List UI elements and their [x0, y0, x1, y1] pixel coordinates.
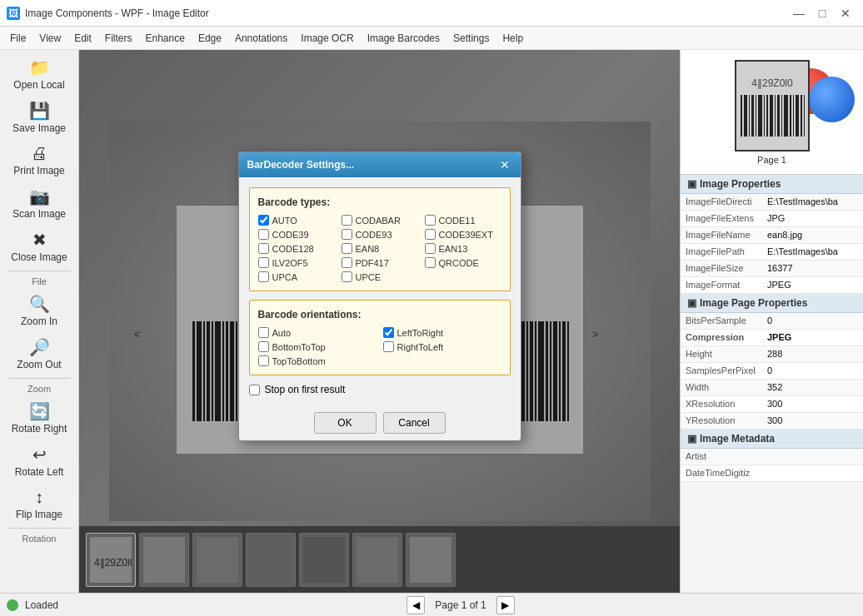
checkbox-toptobottom[interactable]: TopToBottom [258, 355, 377, 366]
checkbox-code39ext[interactable]: CODE39EXT [425, 229, 501, 240]
minimize-button[interactable]: — [788, 5, 810, 22]
status-bar: Loaded ◀ Page 1 of 1 ▶ [0, 593, 863, 616]
next-page-button[interactable]: ▶ [496, 596, 515, 614]
prop-key-samplesperpixel: SamplesPerPixel [681, 363, 764, 379]
checkbox-pdf417[interactable]: PDF417 [342, 257, 418, 268]
collapse-icon-3: ▣ [687, 433, 696, 445]
svg-rect-115 [804, 95, 805, 137]
scan-image-icon: 📷 [29, 186, 50, 206]
prop-imagefilename: ImageFileName ean8.jpg [681, 227, 863, 244]
svg-rect-104 [764, 95, 765, 137]
save-image-button[interactable]: 💾 Save Image [5, 97, 73, 138]
menu-image-ocr[interactable]: Image OCR [294, 29, 360, 47]
modal-footer: OK Cancel [239, 405, 521, 440]
barcode-types-grid: AUTO CODABAR CODE11 [258, 215, 501, 282]
menu-image-barcodes[interactable]: Image Barcodes [361, 29, 446, 47]
modal-title-bar: BarDecoder Settings... ✕ [239, 152, 521, 177]
page-properties-header[interactable]: ▣ Image Page Properties [681, 294, 863, 313]
page-label: Page 1 [757, 155, 786, 165]
checkbox-righttoleft[interactable]: RightToLeft [383, 341, 501, 352]
menu-file[interactable]: File [3, 29, 32, 47]
image-properties-header[interactable]: ▣ Image Properties [681, 175, 863, 194]
svg-text:4‖29Z0l0: 4‖29Z0l0 [751, 77, 793, 89]
prop-key-imagefilesize: ImageFileSize [681, 261, 764, 276]
scan-image-label: Scan Image [12, 208, 66, 220]
prop-val-imagefilename: ean8.jpg [764, 227, 863, 243]
prop-val-xresolution: 300 [764, 396, 863, 412]
toolbar-zoom-section: Zoom [24, 382, 54, 395]
checkbox-code39[interactable]: CODE39 [258, 229, 335, 240]
checkbox-bottomtotop[interactable]: BottomToTop [258, 341, 377, 352]
svg-text:🖼: 🖼 [8, 7, 18, 19]
checkbox-ean13[interactable]: EAN13 [425, 243, 501, 254]
menu-filters[interactable]: Filters [98, 29, 139, 47]
checkbox-code93[interactable]: CODE93 [342, 229, 418, 240]
menu-enhance[interactable]: Enhance [139, 29, 192, 47]
modal-close-button[interactable]: ✕ [497, 157, 512, 172]
prop-val-compression: JPEG [764, 330, 863, 345]
menu-view[interactable]: View [32, 29, 67, 47]
prop-imagefileextens: ImageFileExtens JPG [681, 211, 863, 227]
checkbox-upca[interactable]: UPCA [258, 271, 335, 282]
menu-edge[interactable]: Edge [192, 29, 228, 47]
status-indicator [7, 599, 18, 611]
rotate-right-icon: 🔄 [29, 401, 50, 421]
checkbox-ilv2of5[interactable]: ILV2OF5 [258, 257, 335, 268]
prop-artist: Artist [681, 449, 863, 465]
zoom-in-button[interactable]: 🔍 Zoom In [5, 290, 73, 331]
rotate-right-button[interactable]: 🔄 Rotate Right [5, 397, 73, 439]
prop-key-bitspersample: BitsPerSample [681, 313, 764, 329]
prop-val-imagefiledirecti: E:\TestImages\ba [764, 194, 863, 210]
checkbox-auto-orient[interactable]: Auto [258, 327, 377, 338]
menu-help[interactable]: Help [496, 29, 530, 47]
print-image-button[interactable]: 🖨 Print Image [5, 140, 73, 181]
prop-val-width: 352 [764, 380, 863, 395]
checkbox-qrcode[interactable]: QRCODE [425, 257, 501, 268]
svg-rect-111 [790, 95, 791, 137]
menu-annotations[interactable]: Annotations [228, 29, 294, 47]
zoom-out-button[interactable]: 🔎 Zoom Out [5, 333, 73, 375]
checkbox-ean8[interactable]: EAN8 [342, 243, 418, 254]
prop-bitspersample: BitsPerSample 0 [681, 313, 863, 330]
prop-key-height: Height [681, 346, 764, 362]
checkbox-lefttoright[interactable]: LeftToRight [383, 327, 501, 338]
rotate-left-button[interactable]: ↩ Rotate Left [5, 440, 73, 482]
cancel-button[interactable]: Cancel [383, 412, 446, 434]
app-icon: 🖼 [7, 7, 20, 20]
svg-rect-100 [749, 95, 750, 137]
toolbar-file-section: File [28, 275, 50, 288]
prop-samplesperpixel: SamplesPerPixel 0 [681, 363, 863, 380]
scan-image-button[interactable]: 📷 Scan Image [5, 182, 73, 224]
open-local-button[interactable]: 📁 Open Local [5, 53, 73, 95]
ok-button[interactable]: OK [314, 412, 377, 434]
close-image-button[interactable]: ✖ Close Image [5, 226, 73, 267]
menu-edit[interactable]: Edit [67, 29, 98, 47]
close-button[interactable]: ✕ [835, 5, 856, 22]
close-image-label: Close Image [11, 251, 67, 263]
checkbox-code11[interactable]: CODE11 [425, 215, 501, 226]
prev-page-button[interactable]: ◀ [407, 596, 425, 614]
checkbox-code128[interactable]: CODE128 [258, 243, 335, 254]
zoom-out-icon: 🔎 [29, 337, 50, 357]
prop-key-imagefilepath: ImageFilePath [681, 244, 764, 260]
maximize-button[interactable]: □ [811, 5, 833, 22]
prop-imagefilepath: ImageFilePath E:\TestImages\ba [681, 244, 863, 261]
prop-val-yresolution: 300 [764, 413, 863, 429]
modal-title: BarDecoder Settings... [247, 159, 355, 171]
prop-val-imageformat: JPEG [764, 277, 863, 293]
checkbox-upce[interactable]: UPCE [342, 271, 418, 282]
svg-rect-106 [770, 95, 773, 137]
zoom-out-label: Zoom Out [17, 359, 61, 370]
checkbox-auto[interactable]: AUTO [258, 215, 335, 226]
svg-rect-110 [784, 95, 788, 137]
checkbox-codabar[interactable]: CODABAR [342, 215, 418, 226]
menu-settings[interactable]: Settings [446, 29, 496, 47]
flip-image-label: Flip Image [16, 509, 62, 520]
svg-rect-99 [744, 95, 747, 137]
collapse-icon: ▣ [687, 178, 696, 190]
metadata-header[interactable]: ▣ Image Metadata [681, 430, 863, 449]
prop-val-height: 288 [764, 346, 863, 362]
stop-on-first-checkbox[interactable] [249, 385, 260, 395]
page-thumbnail: 4‖29Z0l0 [735, 60, 810, 152]
flip-image-button[interactable]: ↕ Flip Image [5, 484, 73, 524]
